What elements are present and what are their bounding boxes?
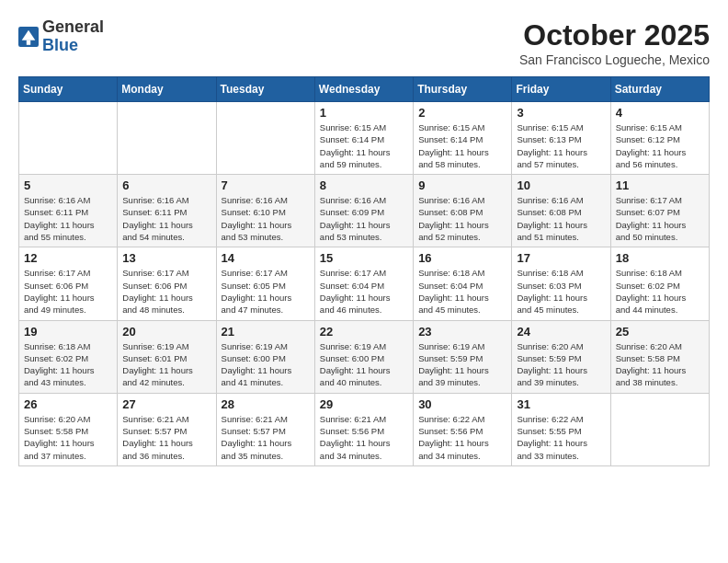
svg-rect-2 — [27, 40, 30, 44]
day-number: 21 — [222, 325, 310, 339]
day-info: Sunrise: 6:20 AM Sunset: 5:58 PM Dayligh… — [616, 340, 704, 389]
day-info: Sunrise: 6:16 AM Sunset: 6:11 PM Dayligh… — [24, 194, 112, 243]
calendar-cell: 7Sunrise: 6:16 AM Sunset: 6:10 PM Daylig… — [216, 175, 314, 247]
day-number: 8 — [320, 178, 408, 192]
day-info: Sunrise: 6:17 AM Sunset: 6:06 PM Dayligh… — [24, 267, 112, 316]
day-info: Sunrise: 6:17 AM Sunset: 6:06 PM Dayligh… — [122, 267, 210, 316]
day-number: 2 — [418, 106, 506, 120]
logo-icon — [18, 27, 39, 47]
day-info: Sunrise: 6:15 AM Sunset: 6:12 PM Dayligh… — [616, 121, 704, 170]
calendar-week-2: 5Sunrise: 6:16 AM Sunset: 6:11 PM Daylig… — [19, 175, 710, 247]
calendar-table: SundayMondayTuesdayWednesdayThursdayFrid… — [18, 76, 710, 466]
day-number: 7 — [222, 178, 310, 192]
day-number: 24 — [517, 325, 605, 339]
logo-blue-text: Blue — [42, 36, 78, 54]
day-number: 18 — [616, 251, 704, 265]
day-number: 6 — [122, 178, 210, 192]
calendar-cell: 26Sunrise: 6:20 AM Sunset: 5:58 PM Dayli… — [19, 393, 118, 465]
day-info: Sunrise: 6:16 AM Sunset: 6:09 PM Dayligh… — [320, 194, 408, 243]
day-info: Sunrise: 6:21 AM Sunset: 5:57 PM Dayligh… — [222, 413, 310, 462]
calendar-cell: 31Sunrise: 6:22 AM Sunset: 5:55 PM Dayli… — [512, 393, 610, 465]
calendar-week-3: 12Sunrise: 6:17 AM Sunset: 6:06 PM Dayli… — [19, 247, 710, 320]
day-number: 30 — [418, 397, 506, 411]
day-info: Sunrise: 6:17 AM Sunset: 6:05 PM Dayligh… — [222, 267, 310, 316]
calendar-cell: 3Sunrise: 6:15 AM Sunset: 6:13 PM Daylig… — [512, 102, 610, 175]
day-info: Sunrise: 6:22 AM Sunset: 5:56 PM Dayligh… — [418, 413, 506, 462]
calendar-cell: 14Sunrise: 6:17 AM Sunset: 6:05 PM Dayli… — [216, 247, 314, 320]
calendar-cell: 25Sunrise: 6:20 AM Sunset: 5:58 PM Dayli… — [610, 320, 709, 393]
day-number: 3 — [517, 106, 605, 120]
logo-general-text: General — [42, 17, 104, 36]
calendar-cell: 9Sunrise: 6:16 AM Sunset: 6:08 PM Daylig… — [414, 175, 512, 247]
day-info: Sunrise: 6:16 AM Sunset: 6:08 PM Dayligh… — [517, 194, 605, 243]
calendar-cell: 29Sunrise: 6:21 AM Sunset: 5:56 PM Dayli… — [314, 393, 413, 465]
calendar-cell: 12Sunrise: 6:17 AM Sunset: 6:06 PM Dayli… — [19, 247, 118, 320]
day-number: 22 — [320, 325, 408, 339]
day-number: 9 — [418, 178, 506, 192]
day-info: Sunrise: 6:18 AM Sunset: 6:02 PM Dayligh… — [24, 340, 112, 389]
title-area: October 2025 San Francisco Logueche, Mex… — [519, 18, 710, 67]
day-number: 14 — [222, 251, 310, 265]
day-info: Sunrise: 6:17 AM Sunset: 6:07 PM Dayligh… — [616, 194, 704, 243]
calendar-cell: 13Sunrise: 6:17 AM Sunset: 6:06 PM Dayli… — [118, 247, 216, 320]
day-number: 26 — [24, 397, 112, 411]
day-info: Sunrise: 6:19 AM Sunset: 6:00 PM Dayligh… — [222, 340, 310, 389]
calendar-cell: 11Sunrise: 6:17 AM Sunset: 6:07 PM Dayli… — [610, 175, 709, 247]
page-header: General Blue October 2025 San Francisco … — [18, 18, 710, 67]
day-info: Sunrise: 6:20 AM Sunset: 5:58 PM Dayligh… — [24, 413, 112, 462]
calendar-cell: 8Sunrise: 6:16 AM Sunset: 6:09 PM Daylig… — [314, 175, 413, 247]
day-info: Sunrise: 6:19 AM Sunset: 6:00 PM Dayligh… — [320, 340, 408, 389]
day-number: 19 — [24, 325, 112, 339]
day-info: Sunrise: 6:22 AM Sunset: 5:55 PM Dayligh… — [517, 413, 605, 462]
calendar-cell: 16Sunrise: 6:18 AM Sunset: 6:04 PM Dayli… — [414, 247, 512, 320]
day-number: 13 — [122, 251, 210, 265]
calendar-cell: 21Sunrise: 6:19 AM Sunset: 6:00 PM Dayli… — [216, 320, 314, 393]
day-info: Sunrise: 6:18 AM Sunset: 6:02 PM Dayligh… — [616, 267, 704, 316]
day-number: 23 — [418, 325, 506, 339]
day-number: 28 — [222, 397, 310, 411]
logo-text: General Blue — [42, 18, 104, 55]
logo: General Blue — [18, 18, 104, 55]
calendar-cell: 5Sunrise: 6:16 AM Sunset: 6:11 PM Daylig… — [19, 175, 118, 247]
calendar-cell — [118, 102, 216, 175]
day-number: 11 — [616, 178, 704, 192]
calendar-cell: 20Sunrise: 6:19 AM Sunset: 6:01 PM Dayli… — [118, 320, 216, 393]
calendar-cell — [19, 102, 118, 175]
calendar-cell: 22Sunrise: 6:19 AM Sunset: 6:00 PM Dayli… — [314, 320, 413, 393]
day-number: 10 — [517, 178, 605, 192]
weekday-header-sunday: Sunday — [19, 77, 118, 102]
day-number: 4 — [616, 106, 704, 120]
day-number: 5 — [24, 178, 112, 192]
weekday-header-saturday: Saturday — [610, 77, 709, 102]
calendar-cell: 19Sunrise: 6:18 AM Sunset: 6:02 PM Dayli… — [19, 320, 118, 393]
day-number: 20 — [122, 325, 210, 339]
month-title: October 2025 — [519, 18, 710, 52]
day-info: Sunrise: 6:19 AM Sunset: 6:01 PM Dayligh… — [122, 340, 210, 389]
calendar-cell: 17Sunrise: 6:18 AM Sunset: 6:03 PM Dayli… — [512, 247, 610, 320]
day-info: Sunrise: 6:16 AM Sunset: 6:10 PM Dayligh… — [222, 194, 310, 243]
weekday-header-row: SundayMondayTuesdayWednesdayThursdayFrid… — [19, 77, 710, 102]
day-info: Sunrise: 6:16 AM Sunset: 6:08 PM Dayligh… — [418, 194, 506, 243]
day-number: 31 — [517, 397, 605, 411]
day-info: Sunrise: 6:20 AM Sunset: 5:59 PM Dayligh… — [517, 340, 605, 389]
day-info: Sunrise: 6:18 AM Sunset: 6:04 PM Dayligh… — [418, 267, 506, 316]
location-subtitle: San Francisco Logueche, Mexico — [519, 52, 710, 67]
calendar-cell: 6Sunrise: 6:16 AM Sunset: 6:11 PM Daylig… — [118, 175, 216, 247]
day-number: 15 — [320, 251, 408, 265]
calendar-cell: 18Sunrise: 6:18 AM Sunset: 6:02 PM Dayli… — [610, 247, 709, 320]
day-info: Sunrise: 6:21 AM Sunset: 5:56 PM Dayligh… — [320, 413, 408, 462]
calendar-cell: 10Sunrise: 6:16 AM Sunset: 6:08 PM Dayli… — [512, 175, 610, 247]
calendar-cell: 23Sunrise: 6:19 AM Sunset: 5:59 PM Dayli… — [414, 320, 512, 393]
weekday-header-tuesday: Tuesday — [216, 77, 314, 102]
day-info: Sunrise: 6:19 AM Sunset: 5:59 PM Dayligh… — [418, 340, 506, 389]
calendar-cell: 28Sunrise: 6:21 AM Sunset: 5:57 PM Dayli… — [216, 393, 314, 465]
weekday-header-wednesday: Wednesday — [314, 77, 413, 102]
calendar-cell: 27Sunrise: 6:21 AM Sunset: 5:57 PM Dayli… — [118, 393, 216, 465]
calendar-cell: 1Sunrise: 6:15 AM Sunset: 6:14 PM Daylig… — [314, 102, 413, 175]
day-number: 12 — [24, 251, 112, 265]
calendar-cell: 30Sunrise: 6:22 AM Sunset: 5:56 PM Dayli… — [414, 393, 512, 465]
calendar-week-5: 26Sunrise: 6:20 AM Sunset: 5:58 PM Dayli… — [19, 393, 710, 465]
day-info: Sunrise: 6:15 AM Sunset: 6:14 PM Dayligh… — [418, 121, 506, 170]
calendar-week-4: 19Sunrise: 6:18 AM Sunset: 6:02 PM Dayli… — [19, 320, 710, 393]
day-info: Sunrise: 6:15 AM Sunset: 6:13 PM Dayligh… — [517, 121, 605, 170]
